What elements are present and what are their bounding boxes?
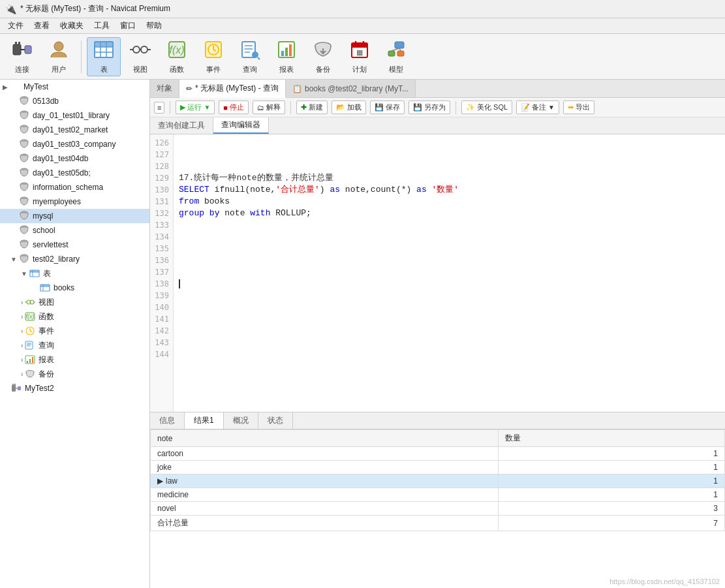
sidebar-item-backup_group[interactable]: ›备份 [0, 367, 149, 381]
code-line-144[interactable] [179, 348, 720, 360]
menubar-item-收藏夹[interactable]: 收藏夹 [55, 19, 89, 33]
svg-rect-80 [29, 359, 31, 363]
sidebar-item-school[interactable]: school [0, 223, 149, 238]
result-tab-result1[interactable]: 结果1 [185, 412, 224, 429]
result-table[interactable]: note数量 cartoon1joke1law1medicine1novel3合… [150, 429, 725, 588]
query-tab-editor[interactable]: 查询编辑器 [213, 117, 269, 134]
code-line-142[interactable] [179, 325, 720, 337]
toolbar-connect[interactable]: 连接 [5, 37, 39, 76]
code-line-134[interactable] [179, 231, 720, 243]
code-line-129[interactable]: 17.统计每一种note的数量，并统计总量 [179, 172, 720, 184]
saveas-button[interactable]: 💾 另存为 [409, 101, 450, 114]
sidebar-item-event_group[interactable]: ›事件 [0, 324, 149, 338]
toolbar-event[interactable]: 事件 [196, 37, 230, 76]
code-line-139[interactable] [179, 290, 720, 302]
sidebar-item-information_schema[interactable]: information_schema [0, 180, 149, 194]
content-tab-query1[interactable]: ✏* 无标题 (MyTest) - 查询 [179, 80, 286, 98]
sidebar-item-mysql[interactable]: mysql [0, 209, 149, 223]
sidebar-item-servlettest[interactable]: servlettest [0, 238, 149, 252]
sidebar-item-table_group[interactable]: ▼表 [0, 266, 149, 281]
sidebar-item-mytest2[interactable]: MyTest2 [0, 381, 149, 395]
note-dropdown-icon[interactable]: ▼ [548, 104, 555, 111]
table-row[interactable]: joke1 [151, 461, 725, 474]
query-tab-create_tool[interactable]: 查询创建工具 [150, 117, 213, 134]
table-row[interactable]: medicine1 [151, 488, 725, 502]
expand-icon[interactable]: › [21, 313, 23, 320]
code-line-137[interactable] [179, 266, 720, 278]
table-row[interactable]: novel3 [151, 502, 725, 516]
sidebar-item-day01_test03_company[interactable]: day01_test03_company [0, 137, 149, 151]
toolbar-function[interactable]: f(x)函数 [160, 37, 194, 76]
content-tab-books_tab[interactable]: 📋books @test02_library (MyT... [286, 80, 416, 97]
sidebar-item-day01_test02_market[interactable]: day01_test02_market [0, 123, 149, 137]
content-tab-object[interactable]: 对象 [150, 80, 179, 97]
toolbar-view[interactable]: 视图 [123, 37, 157, 76]
expand-icon[interactable]: › [21, 328, 23, 335]
code-line-131[interactable]: from books [179, 196, 720, 208]
menu-icon: ≡ [157, 104, 161, 112]
menubar-item-帮助[interactable]: 帮助 [141, 19, 167, 33]
toolbar-backup[interactable]: 备份 [306, 37, 340, 76]
explain-button[interactable]: 🗂 解释 [253, 101, 285, 114]
code-line-126[interactable] [179, 137, 720, 149]
result-tab-overview[interactable]: 概况 [224, 412, 258, 429]
table-row[interactable]: law1 [151, 474, 725, 488]
menubar-item-工具[interactable]: 工具 [89, 19, 115, 33]
sidebar-item-query_group[interactable]: ›查询 [0, 338, 149, 352]
code-line-128[interactable] [179, 161, 720, 172]
sidebar-item-day01_test05db[interactable]: day01_test05db; [0, 166, 149, 180]
load-button[interactable]: 📂 加载 [332, 101, 366, 114]
toolbar-user[interactable]: 用户 [42, 37, 76, 76]
toolbar-query[interactable]: 查询 [233, 37, 267, 76]
export-button[interactable]: ➡ 导出 [563, 101, 594, 114]
result-tab-info[interactable]: 信息 [150, 412, 185, 429]
code-line-143[interactable] [179, 337, 720, 348]
toolbar-table[interactable]: 表 [87, 37, 121, 76]
code-line-141[interactable] [179, 313, 720, 325]
sidebar-item-myemployees[interactable]: myemployees [0, 194, 149, 209]
menu-button[interactable]: ≡ [154, 102, 164, 114]
sidebar-item-report_group[interactable]: ›报表 [0, 352, 149, 367]
saveas-label: 另存为 [424, 102, 446, 112]
sidebar-item-0513db[interactable]: 0513db [0, 94, 149, 108]
note-button[interactable]: 📝 备注 ▼ [516, 101, 559, 114]
result-tab-status[interactable]: 状态 [258, 412, 293, 429]
expand-icon[interactable]: ▶ [3, 84, 8, 91]
save-button[interactable]: 💾 保存 [370, 101, 405, 114]
new-button[interactable]: ✚ 新建 [296, 101, 328, 114]
code-line-135[interactable] [179, 243, 720, 255]
code-line-140[interactable] [179, 302, 720, 313]
collapse-icon[interactable]: ▼ [10, 256, 17, 263]
menubar-item-文件[interactable]: 文件 [3, 19, 29, 33]
sidebar-item-view_group[interactable]: ›视图 [0, 295, 149, 309]
menubar-item-窗口[interactable]: 窗口 [115, 19, 141, 33]
expand-icon[interactable]: › [21, 342, 23, 349]
editor-content[interactable]: 17.统计每一种note的数量，并统计总量SELECT ifnull(note,… [174, 134, 725, 412]
code-line-133[interactable] [179, 219, 720, 231]
code-line-130[interactable]: SELECT ifnull(note,'合计总量') as note,count… [179, 184, 720, 196]
sidebar-item-day01_test01_library[interactable]: day_01_test01_library [0, 108, 149, 123]
beautify-button[interactable]: ✨ 美化 SQL [461, 101, 512, 114]
expand-icon[interactable]: › [21, 299, 23, 306]
sidebar-item-test02_library[interactable]: ▼test02_library [0, 252, 149, 266]
sidebar-item-day01_test04db[interactable]: day01_test04db [0, 151, 149, 166]
code-line-127[interactable] [179, 149, 720, 161]
expand-icon[interactable]: › [21, 371, 23, 378]
sidebar-item-func_group[interactable]: ›f(x)函数 [0, 309, 149, 324]
sidebar-item-books[interactable]: books [0, 281, 149, 295]
menubar-item-查看[interactable]: 查看 [29, 19, 55, 33]
table-row[interactable]: cartoon1 [151, 447, 725, 461]
collapse-icon[interactable]: ▼ [21, 270, 27, 277]
sidebar-item-mytest[interactable]: ▶MyTest [0, 80, 149, 94]
expand-icon[interactable]: › [21, 356, 23, 364]
code-line-136[interactable] [179, 255, 720, 266]
code-line-138[interactable] [179, 278, 720, 290]
stop-button[interactable]: ■ 停止 [219, 101, 249, 114]
toolbar-schedule[interactable]: ▦计划 [343, 37, 377, 76]
run-dropdown-icon[interactable]: ▼ [204, 104, 210, 111]
code-line-132[interactable]: group by note with ROLLUP; [179, 208, 720, 219]
toolbar-model[interactable]: 模型 [379, 37, 413, 76]
toolbar-report[interactable]: 报表 [270, 37, 303, 76]
run-button[interactable]: ▶ 运行 ▼ [176, 101, 215, 114]
table-row[interactable]: 合计总量7 [151, 516, 725, 531]
